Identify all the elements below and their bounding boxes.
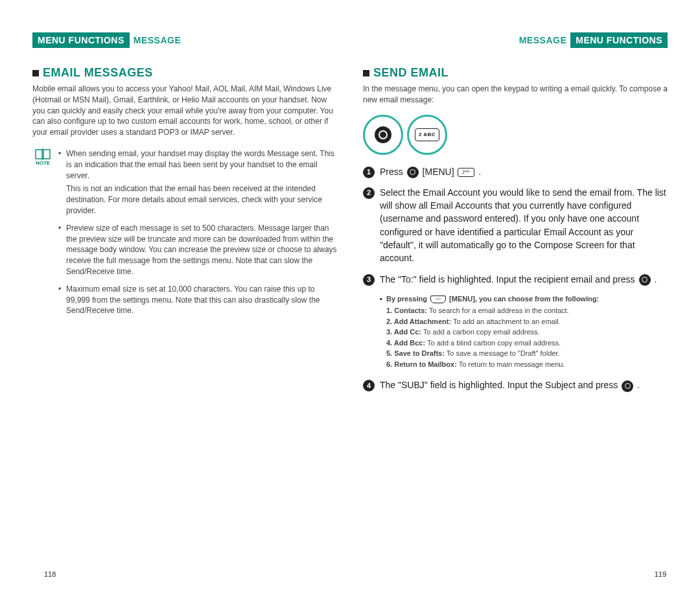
step-num-3: 3: [363, 274, 375, 286]
ok-key-icon: [375, 126, 391, 143]
note-item-1-sub: This is not an indication that the email…: [58, 183, 337, 216]
ok-key-icon: [407, 167, 419, 178]
step-num-1: 1: [363, 167, 375, 178]
page-number-right: 119: [655, 570, 666, 578]
note-label: NOTE: [32, 160, 53, 166]
menu-item-4: 4. Add Bcc: To add a blind carbon copy e…: [380, 338, 668, 349]
heading-text-left: EMAIL MESSAGES: [43, 66, 153, 80]
header-left: MENU FUNCTIONS MESSAGE: [32, 32, 337, 48]
header-right: MESSAGE MENU FUNCTIONS: [363, 32, 668, 48]
tab-sub-left: MESSAGE: [130, 35, 185, 45]
square-bullet-icon: [32, 70, 39, 76]
step-4: 4 The "SUBJ" field is highlighted. Input…: [363, 378, 668, 391]
menu-item-6: 6. Return to Mailbox: To return to main …: [380, 359, 668, 370]
ok-key-circle: [363, 115, 403, 155]
key-2-icon: 2 ABC: [415, 128, 439, 141]
step-4-text: The "SUBJ" field is highlighted. Input t…: [380, 378, 668, 391]
note-item-2: Preview size of each message is set to 5…: [58, 223, 337, 277]
manual-spread: MENU FUNCTIONS MESSAGE EMAIL MESSAGES Mo…: [0, 0, 700, 577]
note-item-1: When sending email, your handset may dis…: [58, 148, 337, 181]
tab-right: MENU FUNCTIONS: [570, 32, 668, 48]
heading-email-messages: EMAIL MESSAGES: [32, 66, 337, 80]
step-2-text: Select the Email Account you would like …: [380, 186, 668, 265]
note-list: When sending email, your handset may dis…: [58, 148, 337, 323]
step-3: 3 The "To:" field is highlighted. Input …: [363, 273, 668, 286]
step-num-4: 4: [363, 380, 375, 391]
ok-key-icon: [639, 274, 651, 286]
step-2: 2 Select the Email Account you would lik…: [363, 186, 668, 265]
page-number-left: 118: [44, 570, 56, 578]
note-item-3: Maximum email size is set at 10,000 char…: [58, 284, 337, 316]
intro-right: In the message menu, you can open the ke…: [363, 84, 668, 106]
tab-sub-right: MESSAGE: [515, 35, 571, 45]
menu-intro: By pressing [MENU], you can choose from …: [380, 294, 668, 305]
step-num-2: 2: [363, 187, 375, 199]
intro-left: Mobile email allows you to access your Y…: [32, 84, 337, 138]
menu-options-box: By pressing [MENU], you can choose from …: [380, 294, 668, 370]
right-page: MESSAGE MENU FUNCTIONS SEND EMAIL In the…: [363, 32, 668, 564]
step-1: 1 Press [MENU] 2ᴬᴮᶜ .: [363, 165, 668, 178]
steps-list: 1 Press [MENU] 2ᴬᴮᶜ . 2 Select the Email…: [363, 165, 668, 392]
softkey-icon: [430, 296, 446, 303]
key-2-circle: 2 ABC: [407, 115, 447, 155]
menu-item-5: 5. Save to Drafts: To save a message to …: [380, 348, 668, 359]
menu-item-3: 3. Add Cc: To add a carbon copy email ad…: [380, 327, 668, 338]
left-page: MENU FUNCTIONS MESSAGE EMAIL MESSAGES Mo…: [32, 32, 337, 564]
ok-key-icon: [622, 380, 633, 392]
step-1-text: Press [MENU] 2ᴬᴮᶜ .: [380, 165, 668, 178]
heading-send-email: SEND EMAIL: [363, 66, 668, 80]
square-bullet-icon: [363, 70, 369, 76]
menu-item-2: 2. Add Attachment: To add an attachment …: [380, 316, 668, 327]
note-icon: NOTE: [32, 148, 53, 166]
key-icons-row: 2 ABC: [363, 115, 668, 155]
note-block: NOTE When sending email, your handset ma…: [32, 148, 337, 323]
step-3-text: The "To:" field is highlighted. Input th…: [380, 273, 668, 286]
menu-item-1: 1. Contacts: To search for a email addre…: [380, 305, 668, 316]
key-2-icon: 2ᴬᴮᶜ: [458, 168, 474, 177]
heading-text-right: SEND EMAIL: [373, 66, 449, 80]
tab-left: MENU FUNCTIONS: [32, 32, 130, 48]
